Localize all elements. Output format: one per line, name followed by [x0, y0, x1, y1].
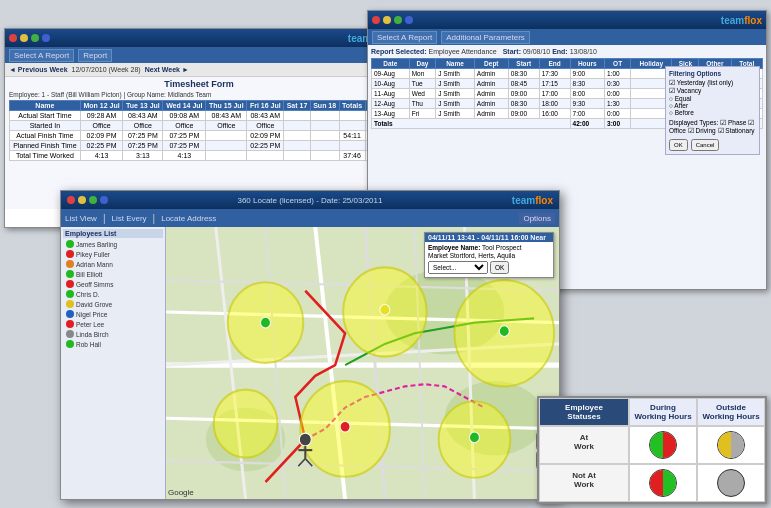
circle-left-red — [650, 470, 663, 496]
circle-right-grey — [731, 432, 744, 458]
filter-option: ○ After — [669, 102, 756, 109]
list-item[interactable]: Rob Hall — [63, 339, 163, 349]
circle-left-yellow — [718, 432, 731, 458]
main-wrapper: teamflox Select A Report Report ◄ Previo… — [0, 0, 771, 508]
options-btn[interactable]: Options — [519, 213, 555, 224]
rw-logo-x: x — [756, 15, 762, 26]
table-row: Actual Start Time09:28 AM08:43 AM09:08 A… — [10, 111, 389, 121]
list-item[interactable]: Pikey Fuller — [63, 249, 163, 259]
employee-name: Pikey Fuller — [76, 251, 110, 258]
rw-close-dot[interactable] — [372, 16, 380, 24]
at-work-during — [629, 426, 697, 464]
list-every-btn[interactable]: List Every — [111, 214, 146, 223]
prev-week-btn[interactable]: ◄ Previous Week — [9, 66, 68, 73]
rw-info-dot[interactable] — [405, 16, 413, 24]
list-item[interactable]: Geoff Simms — [63, 279, 163, 289]
mw-window-controls — [67, 196, 108, 204]
legend-row-not-at-work: Not AtWork — [539, 464, 765, 502]
rw-window-controls — [372, 16, 413, 24]
mw-maximize-dot[interactable] — [89, 196, 97, 204]
col-mon: Mon 12 Jul — [80, 101, 123, 111]
map-popup[interactable]: 04/11/11 13:41 - 04/11/11 16:00 Near Emp… — [424, 232, 554, 278]
rw-extra-btn[interactable]: Additional Parameters — [441, 31, 530, 44]
map-window-title: 360 Locate (licensed) - Date: 25/03/2011 — [112, 196, 508, 205]
list-item[interactable]: Chris D. — [63, 289, 163, 299]
info-dot[interactable] — [42, 34, 50, 42]
popup-actions: Select... OK — [428, 261, 550, 274]
locate-address-btn[interactable]: Locate Address — [161, 214, 216, 223]
list-view-btn[interactable]: List View — [65, 214, 97, 223]
svg-point-21 — [214, 390, 278, 458]
mw-titlebar: 360 Locate (licensed) - Date: 25/03/2011… — [61, 191, 559, 209]
split-circle-green-red — [649, 431, 677, 459]
col-fri: Fri 16 Jul — [247, 101, 284, 111]
col-thu: Thu 15 Jul — [206, 101, 247, 111]
list-item[interactable]: Nigel Price — [63, 309, 163, 319]
filter-option: ○ Equal — [669, 95, 756, 102]
employee-name: James Barling — [76, 241, 117, 248]
popup-employee-label: Employee Name: Tool Prospect — [428, 244, 550, 251]
report-control-btn[interactable]: Report — [78, 49, 112, 62]
col-total: Totals — [339, 101, 365, 111]
minimize-dot[interactable] — [20, 34, 28, 42]
toolbar-divider: | — [103, 213, 106, 224]
status-dot-yellow — [66, 300, 74, 308]
report-name-field: Report Selected: Employee Attendance — [371, 48, 497, 55]
mw-logo-x: x — [547, 195, 553, 206]
list-item[interactable]: Peter Lee — [63, 319, 163, 329]
status-dot-red — [66, 320, 74, 328]
legend-header-col2: DuringWorking Hours — [629, 398, 697, 426]
list-item[interactable]: David Grove — [63, 299, 163, 309]
mw-info-dot[interactable] — [100, 196, 108, 204]
date-range-field: Start: 09/08/10 End: 13/08/10 — [503, 48, 597, 55]
mw-body: Employees List James Barling Pikey Fulle… — [61, 227, 559, 499]
not-at-work-label: Not AtWork — [539, 464, 629, 502]
filter-buttons: OK Cancel — [669, 139, 756, 151]
popup-address: Market Stortford, Herts, Aquila — [428, 252, 550, 259]
popup-ok-btn[interactable]: OK — [490, 261, 509, 274]
svg-point-27 — [299, 433, 311, 446]
google-label: Google — [168, 488, 194, 497]
employee-name: Linda Birch — [76, 331, 109, 338]
svg-point-26 — [469, 432, 479, 443]
mw-app-logo: teamflox — [512, 195, 553, 206]
filter-panel: Filtering Options ☑ Yesterday (list only… — [665, 66, 760, 155]
legend-header-row: EmployeeStatuses DuringWorking Hours Out… — [539, 398, 765, 426]
toolbar-divider2: | — [153, 213, 156, 224]
mw-minimize-dot[interactable] — [78, 196, 86, 204]
list-item[interactable]: Adrian Mann — [63, 259, 163, 269]
not-at-work-during — [629, 464, 697, 502]
filter-cancel-btn[interactable]: Cancel — [691, 139, 720, 151]
mw-toolbar: List View | List Every | Locate Address … — [61, 209, 559, 227]
select-report-btn[interactable]: Select A Report — [9, 49, 74, 62]
rw-maximize-dot[interactable] — [394, 16, 402, 24]
circle-left-green — [650, 432, 663, 458]
mw-close-dot[interactable] — [67, 196, 75, 204]
popup-select[interactable]: Select... — [428, 261, 488, 274]
ts-toolbar: Select A Report Report — [5, 47, 393, 63]
maximize-dot[interactable] — [31, 34, 39, 42]
legend-row-at-work: AtWork — [539, 426, 765, 464]
map-area[interactable]: 04/11/11 13:41 - 04/11/11 16:00 Near Emp… — [166, 227, 559, 499]
list-item[interactable]: Linda Birch — [63, 329, 163, 339]
rw-minimize-dot[interactable] — [383, 16, 391, 24]
table-row: Total Time Worked4:133:134:1337:4607:33 — [10, 151, 389, 161]
filter-option: ☑ Yesterday (list only) — [669, 79, 756, 87]
rw-logo-suffix: flo — [744, 15, 756, 26]
filter-ok-btn[interactable]: OK — [669, 139, 688, 151]
ts-nav-bar: ◄ Previous Week 12/07/2010 (Week 28) Nex… — [5, 63, 393, 77]
status-dot-green — [66, 290, 74, 298]
rw-select-btn[interactable]: Select A Report — [372, 31, 437, 44]
filter-shown: Displayed Types: ☑ Phase ☑ Office ☑ Driv… — [669, 119, 756, 135]
employee-name: Chris D. — [76, 291, 99, 298]
at-work-outside — [697, 426, 765, 464]
col-name: Name — [10, 101, 81, 111]
list-item[interactable]: Bill Elliott — [63, 269, 163, 279]
close-dot[interactable] — [9, 34, 17, 42]
next-week-btn[interactable]: Next Week ► — [145, 66, 189, 73]
svg-point-24 — [340, 421, 350, 432]
table-row: Actual Finish Time02:09 PM07:25 PM07:25 … — [10, 131, 389, 141]
legend-header-col3: OutsideWorking Hours — [697, 398, 765, 426]
not-at-work-outside — [697, 464, 765, 502]
list-item[interactable]: James Barling — [63, 239, 163, 249]
